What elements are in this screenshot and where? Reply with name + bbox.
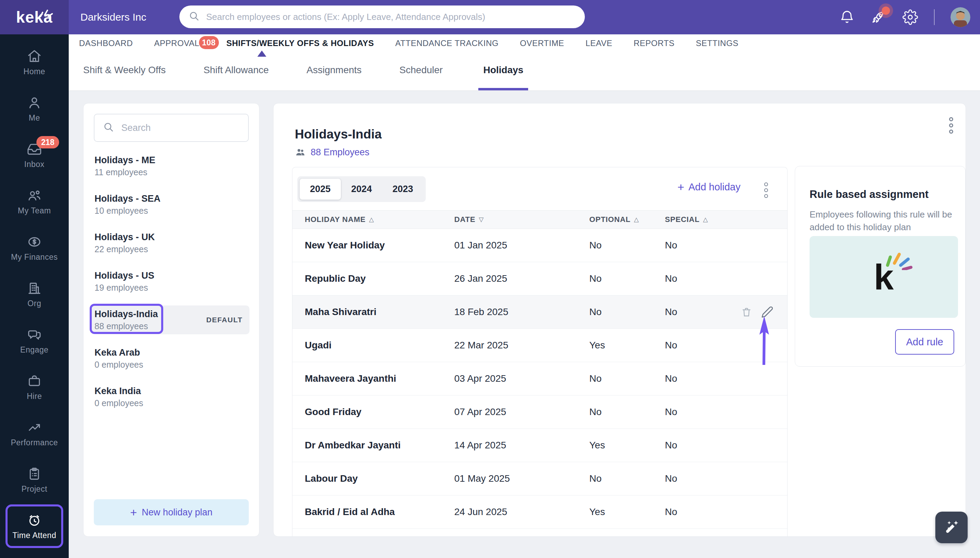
add-holiday-button[interactable]: + Add holiday (678, 181, 740, 193)
column-header-optional[interactable]: OPTIONAL△ (589, 215, 665, 224)
table-row-republic-day[interactable]: Republic Day26 Jan 2025NoNo (292, 262, 787, 295)
nav-tab-attendance-tracking[interactable]: ATTENDANCE TRACKING (395, 34, 499, 52)
nav-tab-overtime[interactable]: OVERTIME (520, 34, 564, 52)
special-cell: No (665, 507, 787, 517)
sidebar-item-engage[interactable]: Engage (3, 317, 66, 364)
sidebar-item-project[interactable]: Project (3, 457, 66, 503)
year-tab-2024[interactable]: 2024 (341, 179, 382, 200)
plans-search[interactable] (94, 114, 249, 142)
rule-panel-title: Rule based assignment (809, 188, 929, 201)
table-row-bakrid-eid-al-adha[interactable]: Bakrid / Eid al Adha24 Jun 2025YesNo (292, 496, 787, 529)
plan-list-item-holidays-sea[interactable]: Holidays - SEA10 employees (93, 185, 250, 224)
table-row-maha-shivaratri[interactable]: Maha Shivaratri18 Feb 2025NoNo (292, 295, 787, 329)
subnav-tab-scheduler[interactable]: Scheduler (397, 52, 445, 90)
sidebar-item-my-team[interactable]: My Team (3, 178, 66, 225)
plan-list-item-holidays-me[interactable]: Holidays - ME11 employees (93, 147, 250, 185)
table-options-kebab-menu[interactable] (764, 182, 768, 198)
global-search-input[interactable] (205, 11, 576, 23)
plan-list-item-holidays-us[interactable]: Holidays - US19 employees (93, 262, 250, 300)
table-row-dr-ambedkar-jayanti[interactable]: Dr Ambedkar Jayanti14 Apr 2025YesNo (292, 429, 787, 462)
table-row-good-friday[interactable]: Good Friday07 Apr 2025NoNo (292, 396, 787, 429)
table-row-new-year-holiday[interactable]: New Year Holiday01 Jan 2025NoNo (292, 229, 787, 262)
sidebar-item-label: Engage (20, 345, 48, 354)
plan-list-item-keka-india[interactable]: Keka India0 employees (93, 377, 250, 416)
subnav-tab-shift-allowance[interactable]: Shift Allowance (201, 52, 271, 90)
column-header-special[interactable]: SPECIAL△ (665, 215, 787, 224)
nav-tab-dashboard[interactable]: DASHBOARD (79, 34, 133, 52)
nav-tab-settings[interactable]: SETTINGS (696, 34, 739, 52)
optional-cell: Yes (589, 340, 665, 351)
gear-icon[interactable] (902, 9, 918, 25)
rule-assignment-panel: Rule based assignment Employees followin… (795, 166, 965, 367)
rule-illustration: k (809, 236, 958, 318)
inbox-count-badge: 218 (36, 136, 59, 148)
special-cell: No (665, 440, 787, 451)
keka-logo[interactable]: keka (0, 0, 69, 34)
sort-asc-icon: △ (634, 216, 639, 223)
sidebar-item-my-finances[interactable]: My Finances (3, 225, 66, 271)
global-search[interactable] (179, 5, 585, 28)
subnav-tab-assignments[interactable]: Assignments (304, 52, 364, 90)
table-row-ugadi[interactable]: Ugadi22 Mar 2025YesNo (292, 329, 787, 362)
search-icon (188, 10, 200, 23)
nav-tab-reports[interactable]: REPORTS (634, 34, 675, 52)
sidebar-item-performance[interactable]: Performance (3, 410, 66, 457)
sidebar-item-home[interactable]: Home (3, 39, 66, 85)
optional-cell: No (589, 407, 665, 417)
plan-list-item-holidays-india[interactable]: Holidays-India88 employeesDEFAULT (93, 300, 250, 339)
table-body: New Year Holiday01 Jan 2025NoNoRepublic … (292, 229, 787, 529)
table-row-mahaveera-jayanthi[interactable]: Mahaveera Jayanthi03 Apr 2025NoNo (292, 362, 787, 396)
date-cell: 14 Apr 2025 (454, 440, 589, 451)
sidebar-item-label: Me (29, 113, 40, 123)
plan-list-item-keka-arab[interactable]: Keka Arab0 employees (93, 339, 250, 377)
optional-cell: Yes (589, 507, 665, 517)
avatar[interactable] (950, 7, 970, 27)
optional-cell: No (589, 307, 665, 317)
plan-options-kebab-menu[interactable] (949, 117, 953, 134)
table-header-row: HOLIDAY NAME△DATE▽OPTIONAL△SPECIAL△ (292, 210, 787, 229)
user-icon (27, 95, 42, 110)
date-cell: 07 Apr 2025 (454, 407, 589, 417)
year-tab-2025[interactable]: 2025 (300, 179, 341, 200)
plan-name: Holidays - UK (95, 232, 248, 242)
sidebar-item-label: My Finances (11, 253, 58, 262)
sub-nav: Shift & Weekly OffsShift AllowanceAssign… (69, 52, 980, 91)
subnav-tab-shift-weekly-offs[interactable]: Shift & Weekly Offs (81, 52, 168, 90)
sidebar-item-me[interactable]: Me (3, 85, 66, 132)
sidebar-item-label: My Team (18, 206, 51, 215)
nav-tab-approvals[interactable]: APPROVALS108 (154, 34, 205, 52)
sidebar-item-hire[interactable]: Hire (3, 364, 66, 410)
nav-tab-leave[interactable]: LEAVE (586, 34, 612, 52)
holiday-name-cell: Bakrid / Eid al Adha (292, 507, 454, 517)
sidebar-item-org[interactable]: Org (3, 271, 66, 317)
employees-link[interactable]: 88 Employees (295, 147, 369, 158)
delete-holiday-button[interactable] (741, 307, 752, 318)
plus-icon: + (678, 181, 685, 193)
people-icon (295, 147, 306, 158)
default-plan-tag: DEFAULT (206, 316, 243, 324)
date-cell: 03 Apr 2025 (454, 373, 589, 384)
table-row-labour-day[interactable]: Labour Day01 May 2025NoNo (292, 462, 787, 496)
year-tab-2023[interactable]: 2023 (382, 179, 424, 200)
date-cell: 18 Feb 2025 (454, 307, 589, 317)
nav-tab-shifts-weekly-offs-holidays[interactable]: SHIFTS/WEEKLY OFFS & HOLIDAYS (227, 34, 374, 52)
subnav-tab-holidays[interactable]: Holidays (478, 52, 528, 90)
column-header-holiday-name[interactable]: HOLIDAY NAME△ (292, 215, 454, 224)
new-holiday-plan-button[interactable]: + New holiday plan (94, 499, 249, 525)
add-rule-button[interactable]: Add rule (895, 329, 954, 354)
plan-list-item-holidays-uk[interactable]: Holidays - UK22 employees (93, 224, 250, 262)
plan-name: Holidays - ME (95, 155, 248, 165)
column-label: DATE (454, 215, 475, 224)
sort-desc-icon: ▽ (479, 216, 484, 223)
sidebar-item-time-attend[interactable]: Time Attend (5, 504, 63, 548)
bell-icon[interactable] (839, 9, 855, 25)
date-cell: 26 Jan 2025 (454, 273, 589, 284)
sidebar-item-inbox[interactable]: Inbox218 (3, 132, 66, 178)
column-header-date[interactable]: DATE▽ (454, 215, 589, 224)
whats-new-rocket-icon[interactable] (871, 9, 886, 25)
plans-search-input[interactable] (121, 122, 240, 134)
approvals-count-badge: 108 (199, 36, 219, 49)
ai-assistant-wand-button[interactable] (935, 512, 968, 543)
holiday-plans-panel: Holidays - ME11 employeesHolidays - SEA1… (83, 103, 259, 537)
plus-icon: + (130, 507, 137, 518)
